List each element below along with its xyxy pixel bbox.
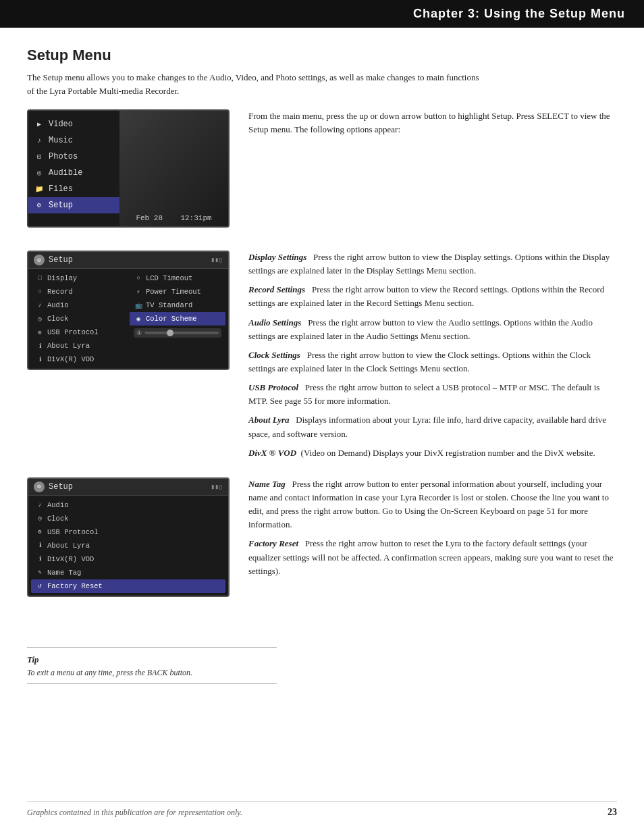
clock-settings-para: Clock Settings Press the right arrow but…	[248, 348, 617, 375]
music-icon: ♪	[34, 135, 45, 146]
menu-item-setup-label: Setup	[49, 201, 73, 210]
tip-text: To exit a menu at any time, press the BA…	[27, 668, 277, 678]
tip-label: Tip	[27, 654, 277, 665]
files-icon: 📁	[34, 184, 45, 194]
video-icon: ▶	[34, 119, 45, 130]
s2-row-factory: ↺ Factory Reset	[31, 579, 225, 593]
s2-factory-icon: ↺	[35, 581, 45, 591]
audio-icon: ♪	[35, 301, 45, 310]
factory-reset-term: Factory Reset	[248, 538, 298, 548]
display-icon: □	[35, 273, 45, 283]
setup-title-bar-2: ⚙ Setup ▮▮▯	[28, 479, 228, 496]
battery-icon-2: ▮▮▯	[211, 483, 223, 491]
about-lyra-text: Displays information about your Lyra: fi…	[248, 415, 606, 438]
menu-item-files: 📁 Files	[28, 181, 119, 197]
setup-screen-2: ⚙ Setup ▮▮▯ ♪ Audio ◷ Clock ⚙ USB P	[27, 477, 230, 597]
setup-title-bar-1: ⚙ Setup ▮▮▯	[28, 252, 228, 269]
section-title: Setup Menu	[27, 47, 617, 64]
s2-row-nametag: ✎ Name Tag	[31, 566, 225, 579]
clock-settings-text: Press the right arrow button to view the…	[248, 350, 591, 373]
setup-slider: ④	[134, 328, 221, 338]
setup-power-label: Power Timeout	[146, 288, 201, 296]
clock-settings-term: Clock Settings	[248, 350, 300, 360]
setup-display-label: Display	[47, 274, 77, 282]
name-tag-para: Name Tag Press the right arrow button to…	[248, 477, 617, 532]
menu-item-music-label: Music	[49, 136, 73, 145]
display-settings-term: Display Settings	[248, 252, 306, 262]
setup-row-divx: ℹ DivX(R) VOD	[31, 353, 127, 366]
about-lyra-para: About Lyra Displays information about yo…	[248, 413, 617, 440]
s2-row-clock: ◷ Clock	[31, 512, 225, 525]
s2-divx-icon: ℹ	[35, 554, 45, 564]
usb-protocol-text: Press the right arrow button to select a…	[248, 382, 599, 406]
setup-row-audio: ♪ Audio	[31, 298, 127, 312]
factory-reset-text: Press the right arrow button to reset th…	[248, 538, 614, 575]
menu-item-photos: ⊡ Photos	[28, 149, 119, 165]
intro-paragraph: The Setup menu allows you to make change…	[27, 71, 486, 97]
main-menu-screenshot: ▶ Video ♪ Music ⊡ Photos ◎ Audible	[27, 109, 230, 228]
page-content: Setup Menu The Setup menu allows you to …	[0, 28, 644, 633]
s2-factory-label: Factory Reset	[47, 582, 103, 590]
divx-vod-text-prefix: (Video on Demand) Displays your DivX reg…	[301, 448, 595, 458]
setup-left-col: □ Display ○ Record ♪ Audio ◷	[31, 271, 127, 366]
s2-divx-label: DivX(R) VOD	[47, 555, 94, 563]
record-settings-term: Record Settings	[248, 284, 305, 294]
menu-item-audible: ◎ Audible	[28, 165, 119, 181]
s2-about-label: About Lyra	[47, 542, 90, 550]
setup-icon-badge-2: ⚙	[34, 481, 45, 492]
s2-clock-icon: ◷	[35, 514, 45, 523]
description-text-col-2: Name Tag Press the right arrow button to…	[248, 477, 617, 608]
power-icon: ⚡	[134, 287, 143, 296]
third-block: ⚙ Setup ▮▮▯ ♪ Audio ◷ Clock ⚙ USB P	[27, 477, 617, 608]
s2-audio-label: Audio	[47, 501, 69, 509]
slider-knob	[167, 330, 173, 336]
setup-about-label: About Lyra	[47, 342, 90, 350]
setup-row-colorscheme: ◉ Color Scheme	[130, 312, 225, 325]
battery-icon: ▮▮▯	[211, 256, 223, 264]
setup-icon-badge: ⚙	[34, 255, 45, 265]
s2-nametag-icon: ✎	[35, 568, 45, 577]
setup-row-tv: 📺 TV Standard	[130, 298, 225, 312]
setup-record-label: Record	[47, 288, 73, 296]
setup-tv-label: TV Standard	[146, 301, 192, 309]
name-tag-term: Name Tag	[248, 479, 286, 489]
setup-divx-label: DivX(R) VOD	[47, 355, 94, 363]
about-lyra-term: About Lyra	[248, 415, 290, 425]
left-column-2: ⚙ Setup ▮▮▯ □ Display ○ Record	[27, 251, 230, 465]
setup-audio-label: Audio	[47, 301, 69, 309]
lcd-icon: ○	[134, 273, 143, 283]
setup-usb-label: USB Protocol	[47, 328, 99, 336]
record-icon: ○	[35, 287, 45, 296]
setup-row-usb: ⚙ USB Protocol	[31, 325, 127, 339]
record-settings-para: Record Settings Press the right arrow bu…	[248, 283, 617, 310]
menu-item-audible-label: Audible	[49, 168, 82, 178]
menu-item-video: ▶ Video	[28, 116, 119, 132]
s2-row-audio: ♪ Audio	[31, 498, 225, 512]
chapter-title: Chapter 3: Using the Setup Menu	[413, 7, 625, 20]
clock-icon: ◷	[35, 314, 45, 323]
s2-clock-label: Clock	[47, 515, 69, 523]
photos-icon: ⊡	[34, 151, 45, 162]
setup-row-about: ℹ About Lyra	[31, 339, 127, 353]
first-block: ▶ Video ♪ Music ⊡ Photos ◎ Audible	[27, 109, 617, 238]
s2-row-usb: ⚙ USB Protocol	[31, 525, 225, 539]
setup-row-power: ⚡ Power Timeout	[130, 285, 225, 298]
setup-lcd-label: LCD Timeout	[146, 274, 192, 282]
main-menu-right-panel: Feb 28 12:31pm	[119, 111, 228, 226]
slider-track	[144, 332, 219, 334]
s2-usb-icon: ⚙	[35, 527, 45, 537]
second-block: ⚙ Setup ▮▮▯ □ Display ○ Record	[27, 251, 617, 465]
instruction-paragraph: From the main menu, press the up or down…	[248, 109, 617, 136]
s2-about-icon: ℹ	[35, 541, 45, 550]
s2-usb-label: USB Protocol	[47, 528, 99, 536]
display-settings-para: Display Settings Press the right arrow b…	[248, 251, 617, 278]
setup-right-col: ○ LCD Timeout ⚡ Power Timeout 📺 TV Stand…	[130, 271, 225, 366]
date-label: Feb 28	[136, 214, 163, 222]
s2-row-about: ℹ About Lyra	[31, 539, 225, 552]
date-time-display: Feb 28 12:31pm	[124, 214, 224, 222]
setup-row-record: ○ Record	[31, 285, 127, 298]
factory-reset-para: Factory Reset Press the right arrow butt…	[248, 537, 617, 577]
main-menu-list: ▶ Video ♪ Music ⊡ Photos ◎ Audible	[28, 111, 119, 226]
setup-screen1-title: Setup	[49, 255, 73, 265]
setup-colorscheme-label: Color Scheme	[146, 315, 197, 323]
